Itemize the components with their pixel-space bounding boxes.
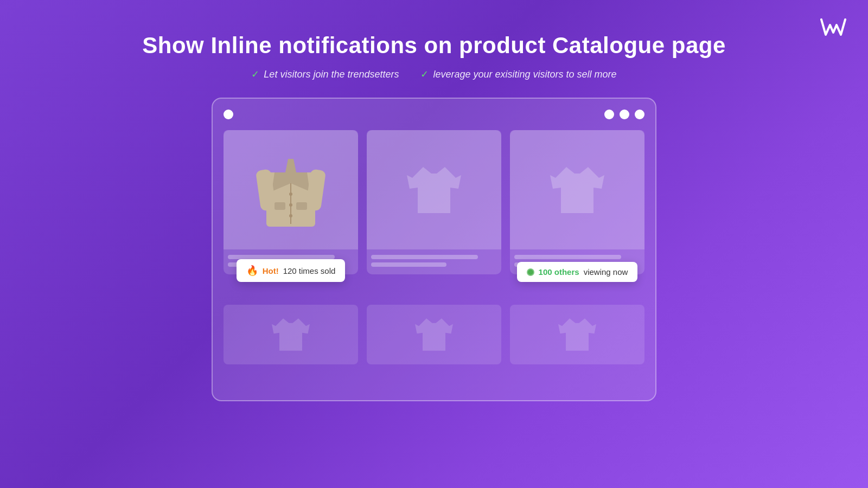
subtitle-right: ✓ leverage your exisiting visitors to se… bbox=[420, 68, 616, 80]
svg-point-8 bbox=[289, 203, 292, 207]
jacket-image bbox=[256, 143, 326, 237]
shirt-icon-3 bbox=[550, 167, 604, 213]
product-image-3 bbox=[510, 130, 644, 249]
hot-badge: 🔥 Hot! 120 times sold bbox=[237, 259, 346, 282]
browser-dot-left bbox=[224, 110, 233, 119]
product-bar-5 bbox=[514, 255, 621, 259]
browser-dot-3 bbox=[635, 110, 644, 119]
browser-dot-1 bbox=[604, 110, 614, 119]
product-grid: 🔥 Hot! 120 times sold bbox=[224, 130, 644, 274]
svg-point-7 bbox=[289, 192, 292, 196]
product-card-2 bbox=[367, 130, 501, 274]
hot-label: Hot! bbox=[263, 266, 279, 275]
svg-rect-11 bbox=[296, 202, 307, 210]
shirt-icon-bottom-3 bbox=[558, 318, 596, 351]
product-card-bottom-2 bbox=[367, 305, 501, 364]
product-image-2 bbox=[367, 130, 501, 249]
page-title: Show Inline notifications on product Cat… bbox=[142, 33, 726, 59]
svg-marker-16 bbox=[558, 318, 596, 351]
fire-icon: 🔥 bbox=[246, 265, 258, 277]
browser-bar bbox=[224, 110, 644, 119]
browser-dot-2 bbox=[620, 110, 629, 119]
green-dot-icon bbox=[527, 268, 534, 276]
svg-marker-5 bbox=[285, 159, 296, 172]
viewing-badge: 100 others viewing now bbox=[517, 262, 638, 282]
product-bar-4 bbox=[371, 262, 446, 267]
svg-marker-12 bbox=[407, 167, 461, 213]
subtitle-row: ✓ Let visitors join the trendsetters ✓ l… bbox=[142, 68, 726, 80]
product-row-bottom bbox=[224, 305, 644, 364]
product-bar-3 bbox=[371, 255, 478, 259]
browser-mockup: 🔥 Hot! 120 times sold bbox=[212, 98, 656, 401]
shirt-icon-2 bbox=[407, 167, 461, 213]
viewing-text: viewing now bbox=[584, 267, 628, 277]
check-icon-left: ✓ bbox=[251, 68, 259, 80]
product-image-jacket bbox=[224, 130, 358, 249]
svg-marker-13 bbox=[550, 167, 604, 213]
hot-text: 120 times sold bbox=[283, 266, 336, 275]
svg-marker-14 bbox=[272, 318, 310, 351]
shirt-icon-bottom-2 bbox=[415, 318, 453, 351]
svg-marker-15 bbox=[415, 318, 453, 351]
shirt-icon-bottom-1 bbox=[272, 318, 310, 351]
wiser-logo bbox=[820, 17, 846, 41]
svg-point-9 bbox=[289, 214, 292, 217]
product-card-bottom-1 bbox=[224, 305, 358, 364]
product-bar-1 bbox=[228, 255, 335, 259]
browser-dots-right bbox=[604, 110, 644, 119]
svg-rect-10 bbox=[275, 202, 285, 210]
check-icon-right: ✓ bbox=[420, 68, 429, 80]
header-section: Show Inline notifications on product Cat… bbox=[142, 33, 726, 80]
product-card-1: 🔥 Hot! 120 times sold bbox=[224, 130, 358, 274]
product-card-bottom-3 bbox=[510, 305, 644, 364]
product-card-3: 100 others viewing now bbox=[510, 130, 644, 274]
product-info-2 bbox=[367, 249, 501, 274]
hot-badge-container: 🔥 Hot! 120 times sold bbox=[224, 259, 358, 282]
viewing-badge-container: 100 others viewing now bbox=[510, 262, 644, 282]
viewing-count: 100 others bbox=[539, 267, 579, 277]
subtitle-left: ✓ Let visitors join the trendsetters bbox=[251, 68, 399, 80]
